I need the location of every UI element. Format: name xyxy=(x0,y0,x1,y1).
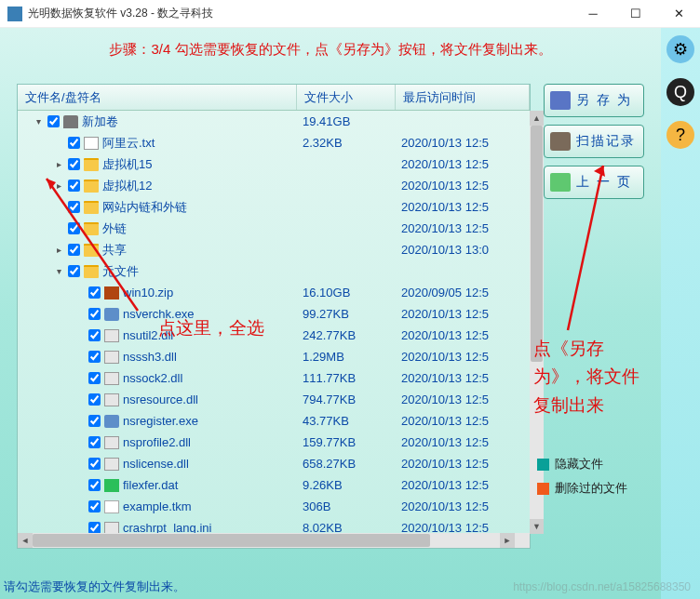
row-checkbox[interactable] xyxy=(88,479,101,491)
file-name: 网站内链和外链 xyxy=(102,199,187,216)
table-row[interactable]: nsregister.exe43.77KB2020/10/13 12:5 xyxy=(18,410,530,432)
scroll-left-icon[interactable]: ◄ xyxy=(18,533,33,548)
folder-icon xyxy=(84,244,99,257)
file-size: 43.77KB xyxy=(297,414,396,428)
save-as-button[interactable]: 另 存 为 xyxy=(544,84,644,117)
prev-page-button[interactable]: 上 一 页 xyxy=(544,166,644,199)
expander-icon[interactable]: ▾ xyxy=(33,116,44,126)
dat-icon xyxy=(104,479,119,492)
prev-page-label: 上 一 页 xyxy=(576,174,632,191)
table-row[interactable]: nsssh3.dll1.29MB2020/10/13 12:5 xyxy=(18,346,530,367)
file-date: 2020/10/13 12:5 xyxy=(396,157,530,171)
file-size: 8.02KB xyxy=(297,521,396,533)
file-name: crashrpt_lang.ini xyxy=(123,521,211,533)
file-date: 2020/10/13 12:5 xyxy=(396,478,530,492)
blank-icon xyxy=(104,500,119,513)
expander-icon[interactable]: ▸ xyxy=(53,159,64,169)
back-icon xyxy=(550,173,571,192)
file-size: 99.27KB xyxy=(297,307,396,321)
row-checkbox[interactable] xyxy=(88,372,101,384)
file-list-panel: 文件名/盘符名 文件大小 最后访问时间 ▾ 新加卷19.41GB 阿里云.txt… xyxy=(17,84,531,549)
file-date: 2020/10/13 13:0 xyxy=(396,243,530,257)
expander-icon[interactable]: ▸ xyxy=(53,180,64,191)
row-checkbox[interactable] xyxy=(88,393,101,406)
table-row[interactable]: win10.zip16.10GB2020/09/05 12:5 xyxy=(18,282,530,303)
row-checkbox[interactable] xyxy=(88,458,101,470)
column-name[interactable]: 文件名/盘符名 xyxy=(18,85,297,110)
table-row[interactable]: nsverchk.exe99.27KB2020/10/13 12:5 xyxy=(18,303,530,325)
table-row[interactable]: 外链2020/10/13 12:5 xyxy=(18,218,530,239)
table-row[interactable]: nslicense.dll658.27KB2020/10/13 12:5 xyxy=(18,453,530,474)
row-checkbox[interactable] xyxy=(88,436,101,448)
file-date: 2020/10/13 12:5 xyxy=(396,221,530,235)
row-checkbox[interactable] xyxy=(88,329,101,341)
legend: 隐藏文件 删除过的文件 xyxy=(537,456,644,504)
row-checkbox[interactable] xyxy=(47,115,60,127)
scan-log-button[interactable]: 扫描记录 xyxy=(544,125,644,158)
file-size: 2.32KB xyxy=(297,136,396,150)
row-checkbox[interactable] xyxy=(68,265,80,277)
table-row[interactable]: ▾ 元文件 xyxy=(18,260,530,282)
file-size: 16.10GB xyxy=(297,286,396,300)
scroll-down-icon[interactable]: ▼ xyxy=(530,519,544,534)
row-checkbox[interactable] xyxy=(68,222,80,234)
row-checkbox[interactable] xyxy=(68,180,80,192)
row-checkbox[interactable] xyxy=(88,522,101,533)
file-name: example.tkm xyxy=(123,499,192,513)
table-row[interactable]: ▸ 虚拟机152020/10/13 12:5 xyxy=(18,153,530,175)
zip-icon xyxy=(104,286,119,300)
table-row[interactable]: ▸ 共享2020/10/13 13:0 xyxy=(18,239,530,260)
horizontal-scrollbar[interactable]: ◄ ► xyxy=(18,533,515,548)
table-row[interactable]: crashrpt_lang.ini8.02KB2020/10/13 12:5 xyxy=(18,517,530,533)
table-row[interactable]: 网站内链和外链2020/10/13 12:5 xyxy=(18,196,530,218)
file-date: 2020/10/13 12:5 xyxy=(396,179,530,193)
row-checkbox[interactable] xyxy=(88,308,101,320)
vscroll-thumb[interactable] xyxy=(531,126,543,362)
exe-icon xyxy=(104,415,119,428)
table-row[interactable]: nsutil2.dll242.77KB2020/10/13 12:5 xyxy=(18,325,530,346)
right-toolbar: ⚙ Q ? xyxy=(661,28,700,599)
table-row[interactable]: 阿里云.txt2.32KB2020/10/13 12:5 xyxy=(18,132,530,153)
file-date: 2020/10/13 12:5 xyxy=(396,328,530,342)
table-row[interactable]: nssock2.dll111.77KB2020/10/13 12:5 xyxy=(18,367,530,389)
row-checkbox[interactable] xyxy=(68,244,80,256)
row-checkbox[interactable] xyxy=(68,158,80,170)
row-checkbox[interactable] xyxy=(88,500,101,512)
table-row[interactable]: nsresource.dll794.77KB2020/10/13 12:5 xyxy=(18,389,530,410)
folder-icon xyxy=(84,201,99,214)
maximize-button[interactable]: ☐ xyxy=(614,0,657,28)
titlebar: 光明数据恢复软件 v3.28 - 数之寻科技 ─ ☐ ✕ xyxy=(0,0,700,28)
file-date: 2020/10/13 12:5 xyxy=(396,200,530,214)
row-checkbox[interactable] xyxy=(88,351,101,363)
table-row[interactable]: ▾ 新加卷19.41GB xyxy=(18,111,530,132)
table-header: 文件名/盘符名 文件大小 最后访问时间 xyxy=(18,85,530,111)
qq-icon[interactable]: Q xyxy=(666,78,694,106)
minimize-button[interactable]: ─ xyxy=(572,0,614,28)
row-checkbox[interactable] xyxy=(88,415,101,427)
row-checkbox[interactable] xyxy=(68,201,80,213)
file-date: 2020/10/13 12:5 xyxy=(396,521,530,533)
file-name: 共享 xyxy=(102,242,127,259)
file-tree: ▾ 新加卷19.41GB 阿里云.txt2.32KB2020/10/13 12:… xyxy=(18,111,530,533)
globe-icon[interactable]: ⚙ xyxy=(666,35,694,63)
file-date: 2020/10/13 12:5 xyxy=(396,414,530,428)
status-text: 请勾选需要恢复的文件复制出来。 xyxy=(4,579,185,595)
scroll-up-icon[interactable]: ▲ xyxy=(530,111,544,126)
close-button[interactable]: ✕ xyxy=(657,0,700,28)
table-row[interactable]: example.tkm306B2020/10/13 12:5 xyxy=(18,496,530,517)
help-icon[interactable]: ? xyxy=(666,121,694,149)
scroll-right-icon[interactable]: ► xyxy=(500,533,515,548)
table-row[interactable]: filexfer.dat9.26KB2020/10/13 12:5 xyxy=(18,474,530,496)
row-checkbox[interactable] xyxy=(88,286,101,299)
expander-icon[interactable]: ▾ xyxy=(53,266,64,276)
table-row[interactable]: nsprofile2.dll159.77KB2020/10/13 12:5 xyxy=(18,432,530,453)
column-date[interactable]: 最后访问时间 xyxy=(396,85,530,110)
row-checkbox[interactable] xyxy=(68,137,80,149)
column-size[interactable]: 文件大小 xyxy=(297,85,396,110)
file-name: nssock2.dll xyxy=(123,371,182,385)
hscroll-thumb[interactable] xyxy=(33,534,430,547)
expander-icon[interactable]: ▸ xyxy=(53,245,64,255)
file-date: 2020/10/13 12:5 xyxy=(396,499,530,513)
table-row[interactable]: ▸ 虚拟机122020/10/13 12:5 xyxy=(18,175,530,196)
legend-swatch-deleted xyxy=(537,483,549,495)
